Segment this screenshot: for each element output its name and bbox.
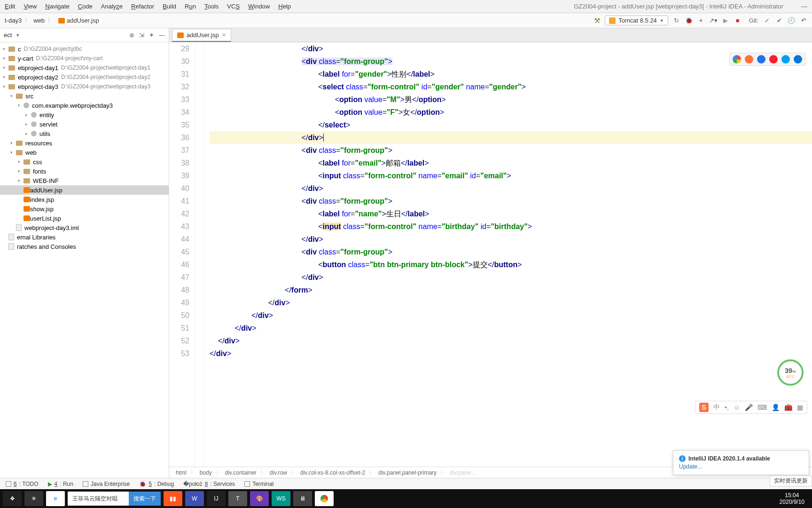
- services-tool[interactable]: �położ 8: Services: [183, 481, 235, 487]
- run-configuration-dropdown[interactable]: Tomcat 8.5.24 ▼: [605, 16, 668, 25]
- settings-icon[interactable]: ✶: [149, 32, 154, 39]
- update-link[interactable]: Update...: [679, 463, 803, 470]
- ime-keyboard-icon[interactable]: ⌨: [757, 404, 767, 411]
- tree-item[interactable]: webproject-day3.iml: [0, 223, 169, 232]
- git-revert-button[interactable]: ↶: [800, 17, 807, 24]
- terminal-tool[interactable]: Terminal: [244, 481, 273, 487]
- menu-view[interactable]: View: [23, 3, 37, 10]
- menu-refactor[interactable]: Refactor: [131, 3, 154, 10]
- tree-item[interactable]: ▾css: [0, 157, 169, 167]
- git-commit-button[interactable]: ✔: [775, 17, 783, 24]
- collapse-icon[interactable]: ⇲: [139, 32, 144, 39]
- tree-item[interactable]: ▾web: [0, 148, 169, 157]
- news-ticker[interactable]: 实时资讯更新: [770, 476, 812, 486]
- tab-adduser[interactable]: addUser.jsp ✕: [172, 29, 231, 42]
- search-go-button[interactable]: 搜索一下: [129, 492, 161, 506]
- menu-navigate[interactable]: Navigate: [45, 3, 69, 10]
- tree-item[interactable]: addUser.jsp: [0, 185, 169, 195]
- locate-icon[interactable]: ⊕: [129, 32, 134, 39]
- project-tree[interactable]: ▾cD:\GZ2004-project\jdbc▾y-cartD:\GZ2004…: [0, 42, 169, 478]
- menu-run[interactable]: Run: [185, 3, 196, 10]
- crumb-more[interactable]: div.pane…: [450, 469, 476, 476]
- tree-item[interactable]: ▾com.example.webprojectday3: [0, 101, 169, 110]
- todo-tool[interactable]: 6: TODO: [6, 481, 39, 487]
- debug-tool[interactable]: 🐞5: Debug: [139, 481, 174, 487]
- close-tab-button[interactable]: ✕: [222, 32, 226, 38]
- ime-emoji-icon[interactable]: ☺: [734, 404, 740, 411]
- app-chrome[interactable]: [315, 491, 334, 506]
- app-webstorm[interactable]: WS: [272, 491, 290, 506]
- tree-item[interactable]: ▾ebproject-day3D:\GZ2004-project\webproj…: [0, 82, 169, 91]
- build-button[interactable]: ⚒: [594, 16, 600, 25]
- git-history-button[interactable]: 🕘: [788, 17, 795, 24]
- crumb-row[interactable]: div.row: [270, 469, 287, 476]
- menu-build[interactable]: Build: [163, 3, 176, 10]
- app-intellij[interactable]: IJ: [207, 491, 226, 506]
- tree-item[interactable]: userList.jsp: [0, 214, 169, 223]
- ime-tool-icon[interactable]: 🧰: [784, 404, 792, 411]
- app-1[interactable]: ▮▮: [164, 491, 182, 506]
- stop-button[interactable]: ■: [734, 17, 742, 24]
- crumb-container[interactable]: div.container: [225, 469, 257, 476]
- menu-analyze[interactable]: Analyze: [101, 3, 123, 10]
- tree-item[interactable]: ▾resources: [0, 138, 169, 148]
- tree-item[interactable]: ▸servlet: [0, 119, 169, 129]
- menu-edit[interactable]: Edit: [5, 3, 15, 10]
- tree-item[interactable]: ▾ebproject-day2D:\GZ2004-project\webproj…: [0, 72, 169, 82]
- tree-item[interactable]: ▾fonts: [0, 167, 169, 176]
- hide-icon[interactable]: —: [159, 32, 165, 39]
- sogou-icon[interactable]: S: [699, 403, 709, 412]
- ime-toolbar[interactable]: S 中 •, ☺ 🎤 ⌨ 👤 🧰 ▦: [695, 401, 807, 414]
- play-button[interactable]: ▶: [722, 17, 729, 24]
- taskbar-search[interactable]: 王菲马云隔空对唱 搜索一下: [68, 492, 161, 506]
- tree-item[interactable]: ▾y-cartD:\GZ2004-project\my-cart: [0, 54, 169, 63]
- app-word[interactable]: W: [185, 491, 204, 506]
- run-tool[interactable]: ▶4: Run: [48, 481, 73, 487]
- tree-item[interactable]: ▸utils: [0, 129, 169, 138]
- tree-item[interactable]: ▾src: [0, 91, 169, 101]
- app-monitor[interactable]: 🖥: [293, 491, 312, 506]
- run-target-button[interactable]: ⌖: [697, 17, 705, 24]
- tree-item[interactable]: ▸entity: [0, 110, 169, 119]
- tree-item[interactable]: ▾ebproject-day1D:\GZ2004-project\webproj…: [0, 63, 169, 72]
- start-button[interactable]: ❖: [3, 491, 22, 506]
- more-run-button[interactable]: ↗▾: [710, 17, 717, 24]
- crumb-col[interactable]: div.col-xs-8.col-xs-offset-2: [300, 469, 365, 476]
- tree-item[interactable]: ▾WEB-INF: [0, 176, 169, 185]
- project-view-selector[interactable]: ect: [4, 32, 12, 39]
- ime-user-icon[interactable]: 👤: [772, 404, 780, 411]
- app-360[interactable]: ✳: [24, 491, 43, 506]
- crumb-html[interactable]: html: [176, 469, 187, 476]
- crumb-file[interactable]: addUser.jsp: [56, 16, 101, 24]
- tree-item[interactable]: ernal Libraries: [0, 232, 169, 242]
- crumb-panel[interactable]: div.panel.panel-primary: [378, 469, 437, 476]
- tree-item[interactable]: index.jsp: [0, 195, 169, 204]
- taskbar-clock[interactable]: 15:04 2020/9/10: [780, 492, 809, 505]
- tree-item[interactable]: ▾cD:\GZ2004-project\jdbc: [0, 44, 169, 54]
- tree-item[interactable]: ratches and Consoles: [0, 242, 169, 251]
- update-notification[interactable]: iIntelliJ IDEA 2020.1.4 available Update…: [673, 450, 809, 475]
- fold-strip[interactable]: [195, 42, 204, 467]
- crumb-folder[interactable]: web: [33, 17, 45, 24]
- ime-grid-icon[interactable]: ▦: [797, 404, 803, 411]
- tree-item[interactable]: show.jsp: [0, 204, 169, 214]
- menu-tools[interactable]: Tools: [204, 3, 219, 10]
- menu-code[interactable]: Code: [78, 3, 93, 10]
- menu-window[interactable]: Window: [248, 3, 270, 10]
- app-paint[interactable]: 🎨: [250, 491, 269, 506]
- app-ie[interactable]: e: [46, 491, 65, 506]
- minimize-button[interactable]: —: [801, 3, 807, 10]
- crumb-body[interactable]: body: [200, 469, 212, 476]
- ime-voice-icon[interactable]: 🎤: [745, 404, 753, 411]
- javaee-tool[interactable]: Java Enterprise: [83, 481, 130, 487]
- menu-vcs[interactable]: VCS: [227, 3, 240, 10]
- performance-widget[interactable]: 39% 60°C: [777, 359, 804, 386]
- git-update-button[interactable]: ✓: [763, 17, 771, 24]
- ime-lang[interactable]: 中: [713, 403, 720, 412]
- debug-button[interactable]: 🐞: [685, 17, 693, 24]
- app-text[interactable]: T: [228, 491, 247, 506]
- rerun-button[interactable]: ↻: [673, 17, 680, 24]
- crumb-module[interactable]: t-day3: [5, 17, 22, 24]
- menu-help[interactable]: Help: [278, 3, 291, 10]
- ime-punct-icon[interactable]: •,: [725, 404, 729, 411]
